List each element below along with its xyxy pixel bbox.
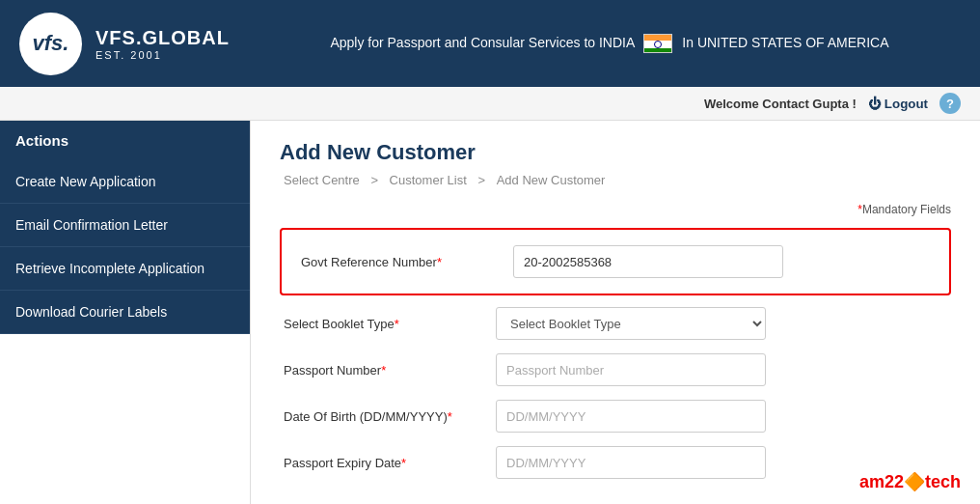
header-tagline: Apply for Passport and Consular Services… [259,34,961,53]
logo-icon: vfs. [33,31,69,56]
booklet-type-select[interactable]: Select Booklet Type [496,307,766,340]
logout-button[interactable]: ⏻ Logout [868,97,928,111]
govt-ref-label: Govt Reference Number* [301,255,513,269]
am22tech-brand: am22🔶tech [859,471,961,492]
help-button[interactable]: ? [939,93,961,114]
sub-header: Welcome Contact Gupta ! ⏻ Logout ? [0,87,980,121]
main-layout: Actions Create New Application Email Con… [0,121,980,504]
expiry-input[interactable] [496,446,766,479]
logout-label: Logout [885,97,928,111]
breadcrumb-part1: Select Centre [284,173,360,187]
form-row-passport-number: Passport Number* [280,353,951,386]
form-row-expiry: Passport Expiry Date* [280,446,951,479]
breadcrumb-sep1: > [370,173,378,187]
help-label: ? [946,97,954,111]
mandatory-note: *Mandatory Fields [280,203,951,216]
breadcrumb-part3: Add New Customer [497,173,606,187]
passport-number-label: Passport Number* [284,363,496,378]
india-flag [643,34,672,53]
sidebar-item-download-courier[interactable]: Download Courier Labels [0,291,250,334]
welcome-text: Welcome Contact Gupta ! [704,97,857,111]
form-row-booklet-type: Select Booklet Type* Select Booklet Type [280,307,951,340]
main-content: Add New Customer Select Centre > Custome… [251,121,980,504]
sidebar-item-retrieve-incomplete[interactable]: Retrieve Incomplete Application [0,247,250,291]
header: vfs. VFS.GLOBAL EST. 2001 Apply for Pass… [0,0,980,87]
breadcrumb: Select Centre > Customer List > Add New … [280,173,951,187]
booklet-type-label: Select Booklet Type* [284,317,496,331]
passport-number-input[interactable] [496,353,766,386]
govt-ref-input[interactable] [513,245,783,278]
dob-input[interactable] [496,400,766,433]
breadcrumb-part2: Customer List [390,173,467,187]
breadcrumb-sep2: > [477,173,485,187]
brand-name: VFS.GLOBAL [95,27,230,49]
dob-label: Date Of Birth (DD/MM/YYYY)* [284,409,496,424]
page-title: Add New Customer [280,140,951,165]
logout-icon: ⏻ [868,97,881,111]
sidebar: Actions Create New Application Email Con… [0,121,251,504]
brand-est: EST. 2001 [95,49,230,61]
form-section-govt-ref: Govt Reference Number* [280,228,951,295]
sidebar-item-create-new-application[interactable]: Create New Application [0,160,250,204]
form-row-govt-ref: Govt Reference Number* [301,245,930,278]
form-row-dob: Date Of Birth (DD/MM/YYYY)* [280,400,951,433]
sidebar-actions-header: Actions [0,121,250,160]
sidebar-item-email-confirmation[interactable]: Email Confirmation Letter [0,204,250,247]
logo-circle: vfs. [19,13,82,75]
vfs-brand: VFS.GLOBAL EST. 2001 [95,27,230,61]
expiry-label: Passport Expiry Date* [284,456,496,470]
